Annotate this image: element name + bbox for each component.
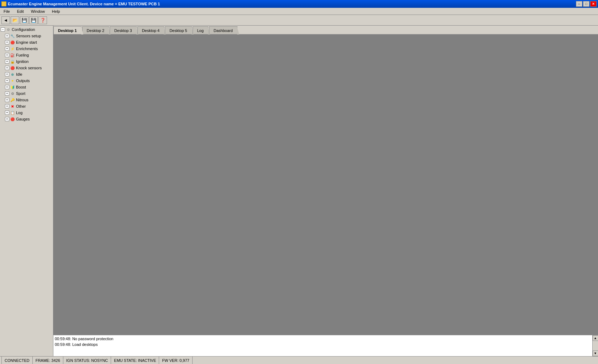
status-ign: IGN STATUS: NOSYNC [63, 357, 111, 364]
sidebar-label-configuration: Configuration [12, 27, 35, 32]
tree-expand-engine-start[interactable]: + [5, 40, 9, 44]
sidebar-item-sensors-setup[interactable]: + 🔧 Sensors setup [0, 33, 53, 39]
tree-expand-knock-sensors[interactable]: + [5, 66, 9, 70]
sidebar-item-enrichments[interactable]: + ⚡ Enrichments [0, 46, 53, 52]
sidebar-label-knock-sensors: Knock sensors [16, 66, 42, 70]
title-bar-left: ⚡ Ecumaster Engine Management Unit Clien… [1, 1, 160, 6]
fueling-icon: ⛽ [10, 53, 15, 58]
tab-log[interactable]: Log [193, 26, 208, 34]
menu-bar: File Edit Window Help [0, 8, 598, 15]
title-bar: ⚡ Ecumaster Engine Management Unit Clien… [0, 0, 598, 8]
scroll-up-button[interactable]: ▲ [593, 335, 598, 341]
main-area: − ⚙ Configuration + 🔧 Sensors setup + 🔴 … [0, 26, 598, 356]
tree-expand-ignition[interactable]: + [5, 59, 9, 64]
menu-window[interactable]: Window [29, 9, 47, 14]
log-entry-0: 00:59:48: No password protection [55, 336, 597, 342]
toolbar-open-button[interactable]: 📂 [11, 16, 19, 24]
sidebar-label-ignition: Ignition [16, 59, 28, 64]
content-area: Desktop 1 Desktop 2 Desktop 3 Desktop 4 … [53, 26, 598, 356]
sidebar-label-engine-start: Engine start [16, 40, 37, 44]
log-scroll[interactable]: 00:59:48: No password protection 00:59:4… [53, 335, 598, 356]
status-frame: FRAME: 3426 [33, 357, 63, 364]
sidebar-label-outputs: Outputs [16, 79, 30, 83]
sidebar-label-fueling: Fueling [16, 53, 29, 57]
status-connected: CONNECTED [1, 357, 33, 364]
sidebar-item-fueling[interactable]: + ⛽ Fueling [0, 52, 53, 58]
tree-expand-nitrous[interactable]: + [5, 98, 9, 102]
tree-expand-sensors-setup[interactable]: + [5, 34, 9, 38]
app-icon: ⚡ [1, 1, 6, 6]
tab-desktop5[interactable]: Desktop 5 [165, 26, 192, 34]
sport-icon: ⚙ [10, 91, 15, 96]
tab-dashboard[interactable]: Dashboard [209, 26, 237, 34]
tree-expand-log[interactable]: + [5, 111, 9, 115]
status-fw: FW VER: 0,977 [159, 357, 192, 364]
tab-desktop2[interactable]: Desktop 2 [82, 26, 109, 34]
nitrous-icon: 🔑 [10, 97, 15, 102]
sidebar-item-engine-start[interactable]: + 🔴 Engine start [0, 39, 53, 46]
sidebar-item-other[interactable]: + ✖ Other [0, 103, 53, 109]
enrichments-icon: ⚡ [10, 46, 15, 51]
sidebar-label-log: Log [16, 111, 22, 115]
idle-icon: ⊕ [10, 72, 15, 77]
log-scrollbar: ▲ ▼ [592, 335, 598, 356]
outputs-icon: ✦ [10, 78, 15, 83]
sidebar-label-gauges: Gauges [16, 117, 30, 121]
toolbar-back-button[interactable]: ◄ [1, 16, 10, 24]
toolbar-save2-button[interactable]: 💾 [29, 16, 38, 24]
sidebar-label-sport: Sport [16, 91, 25, 96]
sidebar-label-other: Other [16, 104, 26, 108]
tree-expand-fueling[interactable]: + [5, 53, 9, 57]
tree-expand-gauges[interactable]: + [5, 117, 9, 121]
toolbar-save-button[interactable]: 💾 [20, 16, 28, 24]
title-bar-controls: ─ □ ✕ [576, 1, 597, 7]
log-area: 00:59:48: No password protection 00:59:4… [53, 335, 598, 356]
knock-sensors-icon: 🔴 [10, 65, 15, 70]
engine-start-icon: 🔴 [10, 40, 15, 45]
desktop-content [53, 35, 598, 335]
tree-expand-idle[interactable]: + [5, 72, 9, 76]
menu-edit[interactable]: Edit [15, 9, 26, 14]
sidebar-item-boost[interactable]: + 🔰 Boost [0, 84, 53, 90]
sidebar-item-knock-sensors[interactable]: + 🔴 Knock sensors [0, 65, 53, 71]
scroll-down-button[interactable]: ▼ [593, 350, 598, 356]
minimize-button[interactable]: ─ [576, 1, 582, 7]
other-icon: ✖ [10, 104, 15, 109]
sidebar: − ⚙ Configuration + 🔧 Sensors setup + 🔴 … [0, 26, 53, 356]
sidebar-item-ignition[interactable]: + 🔒 Ignition [0, 58, 53, 65]
sensors-setup-icon: 🔧 [10, 33, 15, 38]
menu-help[interactable]: Help [50, 9, 62, 14]
sidebar-label-enrichments: Enrichments [16, 47, 38, 51]
sidebar-label-boost: Boost [16, 85, 26, 89]
tree-expand-boost[interactable]: + [5, 85, 9, 89]
tree-expand-configuration[interactable]: − [1, 27, 5, 32]
status-bar: CONNECTED FRAME: 3426 IGN STATUS: NOSYNC… [0, 356, 598, 364]
maximize-button[interactable]: □ [583, 1, 589, 7]
tree-expand-other[interactable]: + [5, 104, 9, 108]
close-button[interactable]: ✕ [590, 1, 597, 7]
log-entry-1: 00:59:48: Load desktops [55, 342, 597, 347]
toolbar-help-button[interactable]: ❓ [38, 16, 47, 24]
sidebar-item-gauges[interactable]: + 🔴 Gauges [0, 116, 53, 122]
status-emu: EMU STATE: INACTIVE [111, 357, 159, 364]
sidebar-item-sport[interactable]: + ⚙ Sport [0, 90, 53, 97]
toolbar: ◄ 📂 💾 💾 ❓ [0, 15, 598, 26]
tree-expand-outputs[interactable]: + [5, 79, 9, 83]
log-icon: 📋 [10, 110, 15, 115]
sidebar-item-nitrous[interactable]: + 🔑 Nitrous [0, 97, 53, 103]
sidebar-item-idle[interactable]: + ⊕ Idle [0, 71, 53, 77]
sidebar-label-idle: Idle [16, 72, 22, 76]
tab-desktop4[interactable]: Desktop 4 [137, 26, 164, 34]
menu-file[interactable]: File [1, 9, 12, 14]
sidebar-item-configuration[interactable]: − ⚙ Configuration [0, 26, 53, 33]
tab-desktop1[interactable]: Desktop 1 [53, 26, 82, 34]
sidebar-item-outputs[interactable]: + ✦ Outputs [0, 77, 53, 84]
configuration-icon: ⚙ [6, 27, 11, 32]
tab-desktop3[interactable]: Desktop 3 [110, 26, 137, 34]
sidebar-item-log[interactable]: + 📋 Log [0, 109, 53, 116]
gauges-icon: 🔴 [10, 117, 15, 122]
tree-expand-sport[interactable]: + [5, 91, 9, 96]
boost-icon: 🔰 [10, 85, 15, 90]
tree-expand-enrichments[interactable]: + [5, 47, 9, 51]
tabs: Desktop 1 Desktop 2 Desktop 3 Desktop 4 … [53, 26, 598, 35]
